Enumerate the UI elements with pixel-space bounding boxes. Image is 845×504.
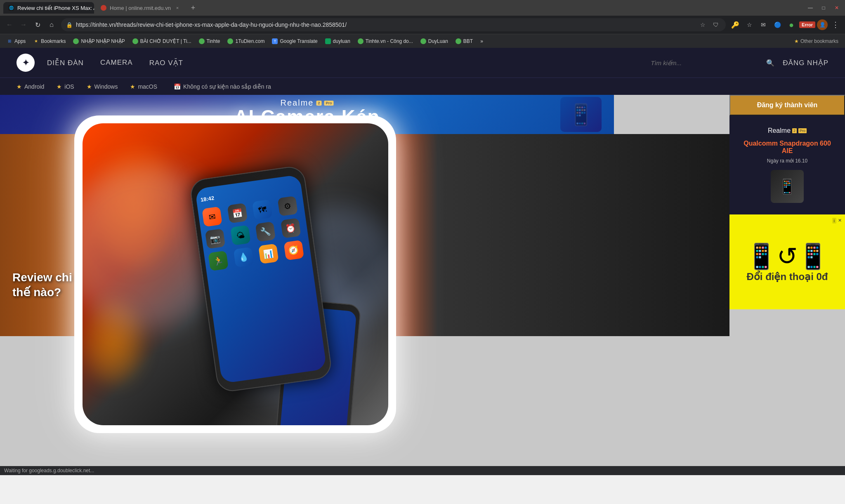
bookmark-star-button[interactable]: ☆: [743, 19, 755, 31]
user-avatar[interactable]: 👤: [817, 19, 828, 30]
duyluan2-icon: [420, 38, 426, 44]
apps-icon: ⊞: [7, 38, 12, 44]
tab-favicon-2: [101, 5, 106, 11]
tab-favicon-1: 🌐: [8, 5, 14, 11]
extension-button[interactable]: 🔵: [771, 19, 784, 31]
nav-extra-buttons: 🔑 ☆ ✉ 🔵 ● Error 👤 ⋮: [729, 19, 842, 31]
overlay-phone-background: 18:42 ✉ 📅 🗺 ⚙ 📷 🌤 🔧 ⏰: [74, 115, 396, 433]
bookmark-tinhte[interactable]: Tinhte: [196, 37, 224, 46]
tab-close-2[interactable]: ×: [174, 5, 181, 11]
bookmark-1tudien[interactable]: 1TuDien.com: [224, 37, 268, 46]
site-search[interactable]: 🔍: [651, 59, 774, 67]
phone-icons-grid: ✉ 📅 🗺 ⚙ 📷 🌤 🔧 ⏰ 🏃 💧: [202, 195, 307, 271]
duyluan-icon: [325, 38, 331, 44]
tab-active[interactable]: 🌐 Review chi tiết iPhone XS Max: A... ×: [3, 2, 94, 14]
bookmarks-bar: ⊞ Apps ★ Bookmarks NHẬP NHẬP NHẬP BÀI CH…: [0, 34, 845, 48]
macos-star-icon: ★: [130, 83, 135, 90]
sidebar-processor: Qualcomm Snapdragon 600 AIE: [738, 140, 837, 155]
overflow-label: »: [480, 38, 483, 44]
search-icon[interactable]: 🔍: [766, 59, 774, 67]
event-text: Không có sự kiện nào sắp diễn ra: [183, 83, 271, 90]
bai-cho-icon: [132, 38, 138, 44]
lock-icon: 🔒: [66, 22, 73, 28]
sub-nav-android[interactable]: ★ Android: [17, 83, 44, 90]
bookmark-bookmarks[interactable]: ★ Bookmarks: [30, 37, 69, 46]
bookmark-bai-cho[interactable]: BÀI CHỜ DUYỆT | Ti...: [129, 37, 195, 46]
title-bar: 🌐 Review chi tiết iPhone XS Max: A... × …: [0, 0, 845, 16]
bookmark-tinhte2-label: Tinhte.vn - Công do...: [366, 38, 413, 44]
bookmark-duyluan2[interactable]: DuyLuan: [417, 37, 451, 46]
tinhte2-icon: [358, 38, 363, 44]
forward-button[interactable]: →: [17, 19, 30, 31]
nav-dien-dan[interactable]: DIỄN ĐÀN: [47, 59, 84, 67]
banner-brand: Realme: [281, 98, 314, 108]
android-label: Android: [24, 83, 44, 90]
phone-device: 18:42 ✉ 📅 🗺 ⚙ 📷 🌤 🔧 ⏰: [189, 165, 333, 393]
shield-button[interactable]: 🛡: [711, 20, 721, 30]
bookmark-apps[interactable]: ⊞ Apps: [3, 37, 29, 46]
register-button[interactable]: Đăng ký thành viên: [729, 95, 845, 115]
back-button[interactable]: ←: [3, 19, 16, 31]
sub-nav-windows[interactable]: ★ Windows: [87, 83, 118, 90]
url-text: https://tinhte.vn/threads/review-chi-tie…: [76, 21, 694, 28]
more-button[interactable]: ⋮: [829, 19, 842, 31]
maximize-button[interactable]: □: [819, 3, 828, 13]
new-tab-button[interactable]: +: [187, 2, 199, 14]
bookmark-star-icon: ★: [33, 38, 39, 44]
sidebar-phone-image: 📱: [771, 170, 804, 203]
tudien-icon: [227, 38, 233, 44]
nav-bar: ← → ↻ ⌂ 🔒 https://tinhte.vn/threads/revi…: [0, 16, 845, 34]
key-icon: 🔑: [729, 19, 741, 31]
bookmark-nhap[interactable]: NHẬP NHẬP NHẬP: [70, 37, 128, 46]
phone-app-maps: 🗺: [252, 199, 273, 220]
phone-app-settings: ⚙: [277, 196, 298, 217]
other-bookmarks[interactable]: ★ Other bookmarks: [791, 37, 842, 46]
bookmark-1tudien-label: 1TuDien.com: [235, 38, 264, 44]
close-button[interactable]: ✕: [832, 3, 842, 13]
site-nav: DIỄN ĐÀN CAMERA RAO VẶT: [47, 59, 651, 67]
page-content: ✦ DIỄN ĐÀN CAMERA RAO VẶT 🔍 ĐĂNG NHẬP ★ …: [0, 48, 845, 475]
bookmark-bbt[interactable]: BBT: [452, 37, 476, 46]
android-star-icon: ★: [17, 83, 22, 90]
phone-app-chart: 📊: [258, 243, 279, 264]
bookmark-google-translate[interactable]: T Google Translate: [269, 37, 321, 46]
overlay-inner: 18:42 ✉ 📅 🗺 ⚙ 📷 🌤 🔧 ⏰: [83, 123, 388, 425]
home-button[interactable]: ⌂: [45, 19, 58, 31]
phone-app-blue: 💧: [233, 247, 254, 268]
banner-model: 2: [316, 101, 321, 106]
mail-icon[interactable]: ✉: [757, 19, 769, 31]
bookmark-duyluan[interactable]: duyluan: [322, 37, 354, 46]
phone-app-mail: ✉: [202, 207, 222, 227]
sub-nav-ios[interactable]: ★ iOS: [57, 83, 74, 90]
login-button[interactable]: ĐĂNG NHẬP: [783, 59, 828, 67]
nav-camera[interactable]: CAMERA: [100, 59, 133, 67]
ad-close-icon[interactable]: ✕: [838, 218, 842, 224]
phone-swap-icon: 📱↺📱: [746, 242, 828, 271]
ios-label: iOS: [64, 83, 74, 90]
status-bar: Waiting for googleads.g.doubleclick.net.…: [0, 466, 845, 475]
sidebar-ad-yellow: i ✕ 📱↺📱 Đổi điện thoại 0đ: [729, 214, 845, 309]
main-area: Realme 2 Pro AI Camera Kép Ngày ra mới |…: [0, 95, 845, 466]
bookmark-overflow[interactable]: »: [477, 37, 486, 46]
star-button[interactable]: ☆: [698, 20, 708, 30]
sidebar-price: Đổi điện thoại 0đ: [747, 271, 828, 283]
sub-nav: ★ Android ★ iOS ★ Windows ★ macOS 📅 Khôn…: [0, 78, 845, 95]
sidebar-date: Ngày ra mới 16.10: [767, 158, 807, 164]
error-badge: Error: [799, 21, 815, 28]
tab-inactive[interactable]: Home | online.rmit.edu.vn ×: [96, 2, 186, 14]
search-input[interactable]: [651, 59, 763, 66]
bookmark-tinhte2[interactable]: Tinhte.vn - Công do...: [354, 37, 416, 46]
bookmark-translate-label: Google Translate: [280, 38, 317, 44]
logo-icon: ✦: [22, 58, 29, 68]
nav-rao-vat[interactable]: RAO VẶT: [149, 59, 183, 67]
address-bar[interactable]: 🔒 https://tinhte.vn/threads/review-chi-t…: [61, 18, 726, 31]
phone-app-tools: 🔧: [255, 221, 276, 242]
banner-phone-image: 📱: [560, 97, 602, 132]
reload-button[interactable]: ↻: [31, 19, 44, 31]
sub-nav-macos[interactable]: ★ macOS: [130, 83, 157, 90]
sub-nav-event: 📅 Không có sự kiện nào sắp diễn ra: [174, 83, 271, 90]
minimize-button[interactable]: —: [805, 3, 815, 13]
sidebar-ad-dark: Realme 2 Pro Qualcomm Snapdragon 600 AIE…: [729, 115, 845, 214]
banner-pro-label: Pro: [324, 101, 333, 106]
site-logo[interactable]: ✦: [17, 54, 35, 72]
